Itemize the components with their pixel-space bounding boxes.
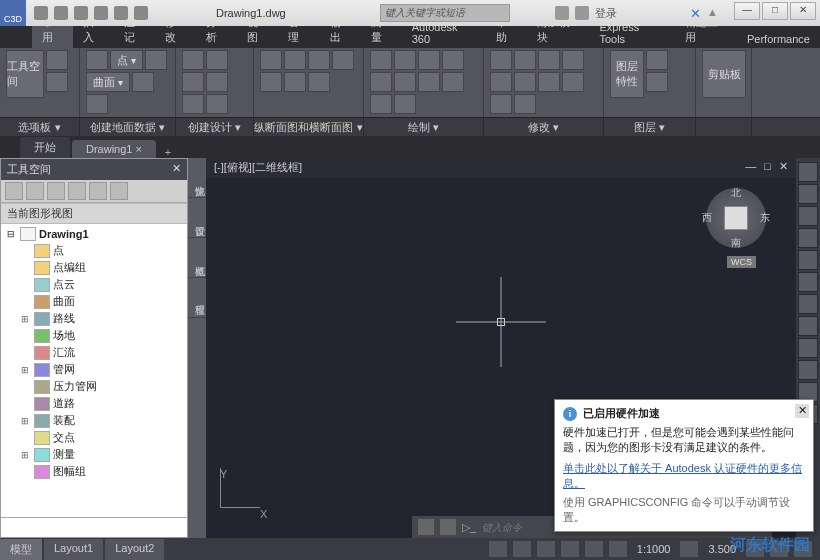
gd-btn-2[interactable]: [145, 50, 167, 70]
tree-node[interactable]: ⊞测量: [1, 446, 187, 463]
qat-save-icon[interactable]: [74, 6, 88, 20]
notification-link[interactable]: 单击此处以了解关于 Autodesk 认证硬件的更多信息。: [563, 461, 805, 491]
draw-ellipse-icon[interactable]: [394, 72, 416, 92]
side-tab[interactable]: 里程: [188, 278, 206, 318]
palette-section-header[interactable]: 当前图形视图: [1, 203, 187, 224]
gd-btn-1[interactable]: [86, 50, 108, 70]
draw-hatch-icon[interactable]: [418, 72, 440, 92]
cmd-toggle-icon[interactable]: [418, 519, 434, 535]
layer-properties-button[interactable]: 图层 特性: [610, 50, 644, 98]
nav-zoom-icon[interactable]: [798, 206, 818, 226]
search-icon[interactable]: [555, 6, 569, 20]
layer-btn-2[interactable]: [646, 72, 668, 92]
sb-ortho-icon[interactable]: [537, 541, 555, 557]
palette-command-area[interactable]: [1, 517, 187, 537]
nav-showmotion-icon[interactable]: [798, 250, 818, 270]
compass-s[interactable]: 南: [731, 236, 741, 250]
des-btn-2[interactable]: [206, 50, 228, 70]
des-btn-5[interactable]: [182, 94, 204, 114]
draw-polyline-icon[interactable]: [394, 50, 416, 70]
nav-tool-9[interactable]: [798, 338, 818, 358]
mod-fillet-icon[interactable]: [490, 94, 512, 114]
palette-close-icon[interactable]: ✕: [172, 162, 181, 177]
des-btn-4[interactable]: [206, 72, 228, 92]
sb-anno-icon[interactable]: [680, 541, 698, 557]
cmd-history-icon[interactable]: [440, 519, 456, 535]
login-area[interactable]: 登录: [555, 6, 617, 21]
layout-tab[interactable]: 模型: [0, 539, 42, 560]
qat-print-icon[interactable]: [134, 6, 148, 20]
document-tab[interactable]: Drawing1 ×: [72, 140, 156, 158]
compass-w[interactable]: 西: [702, 211, 712, 225]
help-search-input[interactable]: 键入关键字或短语: [380, 4, 510, 22]
tree-node[interactable]: 点编组: [1, 259, 187, 276]
sb-scale[interactable]: 1:1000: [633, 543, 675, 555]
sb-lwt-icon[interactable]: [609, 541, 627, 557]
prof-btn-3[interactable]: [308, 50, 330, 70]
tree-node[interactable]: 点: [1, 242, 187, 259]
prof-btn-6[interactable]: [284, 72, 306, 92]
prof-btn-1[interactable]: [260, 50, 282, 70]
mod-scale-icon[interactable]: [538, 72, 560, 92]
side-tab[interactable]: 设置: [188, 198, 206, 238]
close-button[interactable]: ✕: [790, 2, 816, 20]
autodesk-icon[interactable]: ▲: [707, 6, 718, 21]
sb-grid-icon[interactable]: [489, 541, 507, 557]
compass-e[interactable]: 东: [760, 211, 770, 225]
draw-arc-icon[interactable]: [442, 50, 464, 70]
viewport-close-icon[interactable]: ✕: [779, 160, 788, 176]
tree-node[interactable]: ⊞装配: [1, 412, 187, 429]
tree-node[interactable]: 交点: [1, 429, 187, 446]
draw-more-icon[interactable]: [394, 94, 416, 114]
tree-node[interactable]: 汇流: [1, 344, 187, 361]
mod-mirror-icon[interactable]: [514, 72, 536, 92]
point-dropdown[interactable]: 点 ▾: [110, 50, 143, 70]
qat-new-icon[interactable]: [34, 6, 48, 20]
tree-node[interactable]: ⊟Drawing1: [1, 226, 187, 242]
panel-label[interactable]: 创建地面数据 ▾: [80, 118, 176, 136]
nav-tool-8[interactable]: [798, 316, 818, 336]
sb-polar-icon[interactable]: [561, 541, 579, 557]
mod-more-icon[interactable]: [514, 94, 536, 114]
notification-close-icon[interactable]: ✕: [795, 404, 809, 418]
viewcube[interactable]: 北 南 西 东: [706, 188, 766, 248]
new-tab-button[interactable]: +: [158, 146, 178, 158]
pal-tool-5[interactable]: [89, 182, 107, 200]
prof-btn-5[interactable]: [260, 72, 282, 92]
layer-btn-1[interactable]: [646, 50, 668, 70]
gd-btn-3[interactable]: [132, 72, 154, 92]
nav-orbit-icon[interactable]: [798, 228, 818, 248]
clipboard-button[interactable]: 剪贴板: [702, 50, 746, 98]
qat-undo-icon[interactable]: [94, 6, 108, 20]
viewcube-face[interactable]: [724, 206, 748, 230]
panel-label[interactable]: 纵断面图和横断面图 ▾: [254, 118, 364, 136]
prof-btn-7[interactable]: [308, 72, 330, 92]
draw-text-icon[interactable]: [442, 72, 464, 92]
mod-copy-icon[interactable]: [514, 50, 536, 70]
tree-node[interactable]: 图幅组: [1, 463, 187, 480]
pal-tool-3[interactable]: [47, 182, 65, 200]
palette-title-bar[interactable]: 工具空间 ✕: [1, 159, 187, 180]
nav-fullnav-icon[interactable]: [798, 162, 818, 182]
side-tab[interactable]: 快览: [188, 158, 206, 198]
tree-node[interactable]: 压力管网: [1, 378, 187, 395]
pal-tool-1[interactable]: [5, 182, 23, 200]
draw-block-icon[interactable]: [370, 94, 392, 114]
sb-osnap-icon[interactable]: [585, 541, 603, 557]
maximize-button[interactable]: □: [762, 2, 788, 20]
draw-rect-icon[interactable]: [370, 72, 392, 92]
app-icon[interactable]: C3D: [0, 0, 26, 26]
tree-node[interactable]: 曲面: [1, 293, 187, 310]
viewport-min-icon[interactable]: —: [745, 160, 756, 176]
des-btn-1[interactable]: [182, 50, 204, 70]
layout-tab[interactable]: Layout1: [44, 539, 103, 560]
palette-btn-1[interactable]: [46, 50, 68, 70]
compass-n[interactable]: 北: [731, 186, 741, 200]
surface-dropdown[interactable]: 曲面 ▾: [86, 72, 130, 92]
qat-redo-icon[interactable]: [114, 6, 128, 20]
tree-node[interactable]: 道路: [1, 395, 187, 412]
nav-tool-7[interactable]: [798, 294, 818, 314]
panel-label[interactable]: [696, 118, 752, 136]
pal-tool-4[interactable]: [68, 182, 86, 200]
des-btn-6[interactable]: [206, 94, 228, 114]
